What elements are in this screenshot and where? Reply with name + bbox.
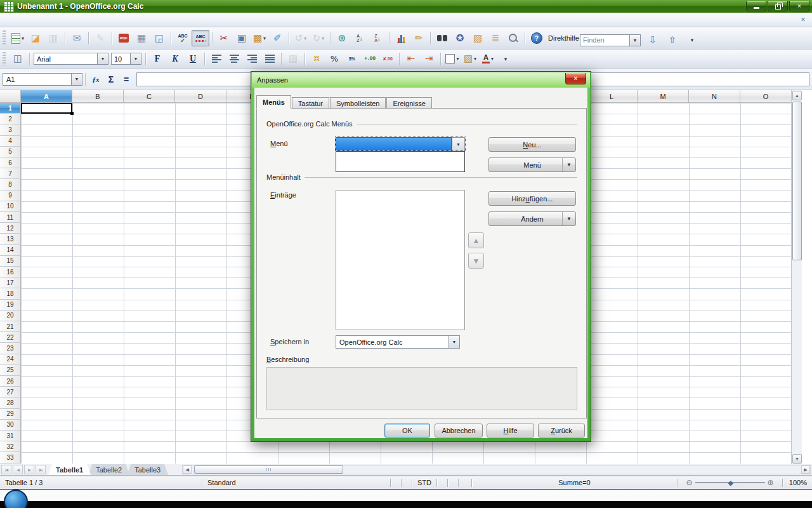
help-icon[interactable]: ? <box>528 30 546 46</box>
cut-icon[interactable]: ✂ <box>215 30 233 46</box>
currency-format-icon[interactable]: ¤ <box>308 51 325 67</box>
row-header[interactable]: 8 <box>0 179 21 190</box>
row-header[interactable]: 25 <box>0 365 21 376</box>
zoom-icon[interactable] <box>504 30 522 46</box>
previous-sheet-icon[interactable]: ◀ <box>13 465 23 474</box>
back-button[interactable]: Zurück <box>538 424 585 438</box>
row-header[interactable]: 11 <box>0 212 21 223</box>
zoom-percent[interactable]: 100% <box>783 479 812 486</box>
equals-icon[interactable]: = <box>119 72 134 86</box>
name-box[interactable]: A1 ▼ <box>3 73 82 86</box>
underline-icon[interactable]: U <box>184 51 202 67</box>
row-header[interactable]: 28 <box>0 398 21 408</box>
insert-chart-icon[interactable] <box>392 30 410 46</box>
zoom-slider[interactable]: ◆ <box>695 482 765 483</box>
row-header[interactable]: 2 <box>0 114 21 124</box>
scroll-left-icon[interactable]: ◀ <box>183 465 192 474</box>
column-header[interactable]: M <box>638 90 689 103</box>
row-header[interactable]: 27 <box>0 387 21 398</box>
sheet-tab-tabelle1[interactable]: Tabelle1 <box>48 464 91 475</box>
column-header[interactable]: L <box>586 90 638 103</box>
align-left-icon[interactable] <box>207 51 225 67</box>
column-header[interactable]: B <box>72 90 124 103</box>
row-header[interactable]: 12 <box>0 223 21 234</box>
page-style[interactable]: Standard <box>202 479 390 486</box>
ok-button[interactable]: OK <box>384 424 430 438</box>
chevron-down-icon[interactable]: ▼ <box>452 137 465 152</box>
chevron-down-icon[interactable]: ▼ <box>71 74 82 85</box>
row-header[interactable]: 7 <box>0 168 21 179</box>
scroll-down-icon[interactable]: ▼ <box>792 454 802 464</box>
save-in-combobox[interactable]: OpenOffice.org Calc ▼ <box>336 335 460 349</box>
row-header[interactable]: 19 <box>0 300 21 311</box>
toolbar-grip[interactable] <box>3 30 6 46</box>
row-header[interactable]: 9 <box>0 190 21 201</box>
document-close-button[interactable]: × <box>798 15 808 25</box>
pdf-export-icon[interactable]: PDF <box>115 30 133 46</box>
copy-icon[interactable]: ▣ <box>233 30 251 46</box>
selection-mode[interactable]: STD <box>412 479 436 486</box>
increase-indent-icon[interactable]: ⇥ <box>420 51 438 67</box>
row-header[interactable]: 21 <box>0 321 21 332</box>
chevron-down-icon[interactable]: ▼ <box>562 212 575 225</box>
minimize-button[interactable] <box>746 1 766 11</box>
vertical-scroll-thumb[interactable] <box>792 102 802 260</box>
row-header[interactable]: 16 <box>0 267 21 277</box>
sum-icon[interactable]: Σ <box>103 72 119 86</box>
row-header[interactable]: 22 <box>0 332 21 343</box>
row-header[interactable]: 6 <box>0 157 21 168</box>
row-header[interactable]: 29 <box>0 409 21 420</box>
close-button[interactable]: × <box>789 1 809 11</box>
menu-dropdown-list[interactable] <box>336 151 465 172</box>
sort-ascending-icon[interactable]: AZ↓ <box>351 30 369 46</box>
draw-functions-icon[interactable]: ✏ <box>410 30 428 46</box>
find-input[interactable]: Finden▼ <box>580 34 641 46</box>
chevron-down-icon[interactable]: ▼ <box>130 53 141 64</box>
open-icon[interactable]: ◪ <box>27 30 44 46</box>
format-paintbrush-icon[interactable]: ✐ <box>268 30 286 46</box>
find-next-icon[interactable]: ⇩ <box>644 32 662 48</box>
row-header[interactable]: 3 <box>0 124 21 135</box>
cancel-button[interactable]: Abbrechen <box>435 424 483 438</box>
styles-icon[interactable]: ◫ <box>9 51 27 67</box>
row-header[interactable]: 13 <box>0 234 21 244</box>
italic-icon[interactable]: K <box>166 51 184 67</box>
first-sheet-icon[interactable]: |◀ <box>1 465 11 474</box>
spellcheck-icon[interactable]: ABC✔ <box>174 30 192 46</box>
row-header[interactable]: 15 <box>0 256 21 267</box>
row-header[interactable]: 18 <box>0 288 21 299</box>
add-button[interactable]: Hinzufügen... <box>488 191 576 206</box>
titlebar[interactable]: Unbenannt 1 - OpenOffice.org Calc × <box>0 0 812 13</box>
bold-icon[interactable]: F <box>148 51 166 67</box>
standard-format-icon[interactable]: $% <box>343 51 361 67</box>
background-color-icon[interactable]: ▨▾ <box>461 51 479 67</box>
email-icon[interactable]: ✉ <box>68 30 86 46</box>
decrease-indent-icon[interactable]: ⇤ <box>402 51 420 67</box>
find-previous-icon[interactable]: ⇧ <box>664 32 681 48</box>
align-justify-icon[interactable] <box>261 51 278 67</box>
align-right-icon[interactable] <box>243 51 261 67</box>
chevron-down-icon[interactable]: ▼ <box>629 35 640 46</box>
move-up-button[interactable]: ▲ <box>468 232 484 248</box>
scroll-right-icon[interactable]: ▶ <box>801 465 810 474</box>
sheet-tab-tabelle3[interactable]: Tabelle3 <box>127 464 168 475</box>
tab-menüs[interactable]: Menüs <box>256 95 291 109</box>
column-header[interactable]: N <box>689 90 740 103</box>
percent-format-icon[interactable]: % <box>325 51 343 67</box>
row-header[interactable]: 5 <box>0 147 21 157</box>
column-header[interactable]: O <box>740 90 792 103</box>
scroll-up-icon[interactable]: ▲ <box>792 91 802 100</box>
row-header[interactable]: 17 <box>0 277 21 288</box>
sheet-tab-tabelle2[interactable]: Tabelle2 <box>88 464 129 475</box>
new-button[interactable]: Neu... <box>488 137 576 152</box>
row-header[interactable]: 23 <box>0 343 21 354</box>
navigator-icon[interactable]: ✪ <box>451 30 469 46</box>
column-header[interactable]: C <box>124 90 175 103</box>
row-header[interactable]: 10 <box>0 201 21 212</box>
row-header[interactable]: 24 <box>0 354 21 365</box>
horizontal-scrollbar[interactable]: ◀ ▶ <box>182 465 811 474</box>
next-sheet-icon[interactable]: ▶ <box>24 465 34 474</box>
row-header[interactable]: 32 <box>0 441 21 452</box>
function-wizard-icon[interactable]: ƒx <box>88 72 103 86</box>
dialog-close-button[interactable]: × <box>565 73 586 84</box>
